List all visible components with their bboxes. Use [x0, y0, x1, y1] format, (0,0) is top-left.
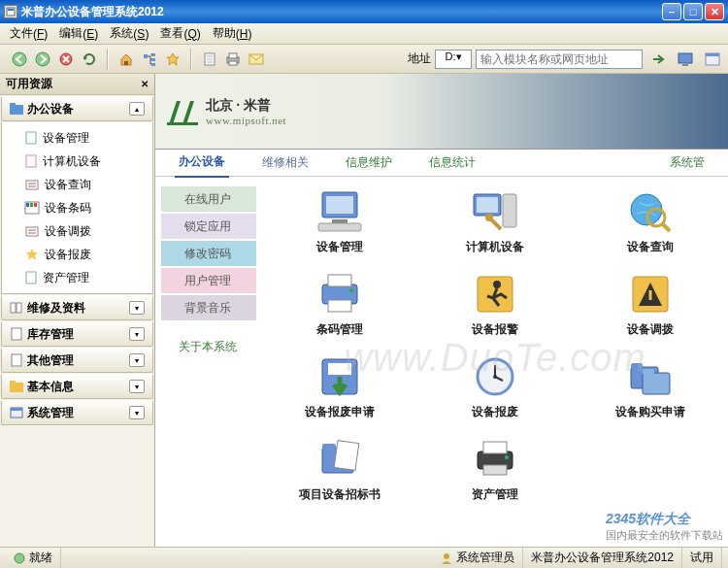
sm-online-users[interactable]: 在线用户 — [161, 186, 256, 212]
favorite-icon[interactable] — [161, 48, 184, 71]
doc-icon — [10, 327, 23, 341]
sm-lock-app[interactable]: 锁定应用 — [161, 214, 256, 239]
menu-edit[interactable]: 编辑(E) — [53, 23, 104, 44]
section-basicinfo[interactable]: 基本信息▾ — [1, 374, 153, 399]
svg-rect-19 — [10, 103, 16, 107]
svg-point-71 — [444, 553, 449, 559]
maximize-button[interactable]: □ — [683, 3, 703, 20]
grid-scrap-apply[interactable]: 设备报废申请 — [281, 351, 398, 420]
drive-select[interactable]: D:▾ — [435, 50, 472, 69]
tree-device-mgmt[interactable]: 设备管理 — [2, 126, 152, 150]
tab-system[interactable]: 系统管 — [666, 149, 709, 177]
mail-icon[interactable] — [245, 48, 268, 71]
menu-system[interactable]: 系统(S) — [104, 23, 154, 44]
svg-rect-39 — [326, 196, 353, 214]
grid-device-transfer[interactable]: 设备调拨 — [592, 269, 709, 338]
nav-forward-icon[interactable] — [31, 48, 54, 71]
folder-blue-icon — [10, 102, 23, 116]
svg-rect-26 — [34, 203, 37, 207]
tree-device-barcode[interactable]: 设备条码 — [2, 196, 152, 219]
svg-rect-65 — [334, 441, 359, 471]
tab-stats[interactable]: 信息统计 — [425, 149, 480, 177]
tree-device-scrap[interactable]: 设备报废 — [2, 243, 152, 266]
grid-project-tender[interactable]: 项目设备招标书 — [281, 434, 398, 503]
svg-point-51 — [349, 288, 353, 292]
tab-maintenance[interactable]: 维修相关 — [258, 149, 313, 177]
tree-asset-mgmt[interactable]: 资产管理 — [2, 266, 152, 289]
home-icon[interactable] — [115, 48, 138, 71]
grid-barcode-mgmt[interactable]: 条码管理 — [281, 269, 398, 338]
brand-url: www.mipsoft.net — [206, 115, 286, 126]
grid-scrap[interactable]: 设备报废 — [437, 351, 553, 420]
nav-back-icon[interactable] — [8, 48, 31, 71]
corner-watermark: 2345软件大全 国内最安全的软件下载站 — [606, 511, 723, 543]
pc-tools-icon — [468, 186, 522, 235]
app-icon — [4, 5, 17, 18]
svg-rect-5 — [144, 54, 148, 58]
sidebar-header: 可用资源 ✕ — [0, 74, 154, 95]
folder-paper-icon — [313, 434, 367, 483]
menu-bar: 文件(F) 编辑(E) 系统(S) 查看(Q) 帮助(H) — [0, 23, 728, 45]
user-icon — [441, 552, 452, 564]
folders-icon — [623, 351, 678, 400]
grid-device-query[interactable]: 设备查询 — [592, 186, 709, 255]
svg-rect-7 — [151, 58, 155, 61]
menu-help[interactable]: 帮助(H) — [207, 23, 258, 44]
svg-rect-29 — [11, 303, 16, 313]
svg-rect-11 — [229, 53, 237, 58]
tree-computer-device[interactable]: 计算机设备 — [2, 150, 152, 173]
nav-tree-icon[interactable] — [138, 48, 161, 71]
search-globe-icon — [623, 186, 678, 235]
svg-rect-68 — [483, 465, 507, 475]
svg-rect-37 — [167, 122, 198, 125]
tab-bar: 办公设备 维修相关 信息维护 信息统计 系统管 — [155, 150, 728, 177]
chevron-down-icon: ▾ — [129, 301, 145, 315]
go-icon[interactable] — [646, 48, 670, 71]
refresh-icon[interactable] — [78, 48, 101, 71]
sm-user-mgmt[interactable]: 用户管理 — [161, 268, 256, 293]
section-maintenance[interactable]: 维修及资料▾ — [1, 295, 153, 320]
print-icon[interactable] — [221, 48, 245, 71]
tree-device-transfer[interactable]: 设备调拨 — [2, 219, 152, 243]
new-file-icon[interactable] — [198, 48, 221, 71]
section-inventory[interactable]: 库存管理▾ — [1, 321, 153, 347]
sm-about[interactable]: 关于本系统 — [161, 334, 256, 359]
svg-rect-24 — [26, 203, 29, 207]
section-office-equipment[interactable]: 办公设备 ▴ — [1, 96, 153, 121]
section-other[interactable]: 其他管理▾ — [1, 348, 153, 373]
tab-office[interactable]: 办公设备 — [175, 148, 229, 178]
stop-icon[interactable] — [54, 48, 78, 71]
svg-rect-30 — [17, 303, 21, 313]
svg-rect-15 — [682, 64, 688, 66]
grid-asset-mgmt[interactable]: 资产管理 — [437, 434, 553, 503]
svg-rect-17 — [706, 53, 719, 56]
svg-rect-67 — [483, 442, 507, 453]
svg-point-53 — [493, 281, 501, 288]
status-admin: 系统管理员 — [433, 548, 523, 568]
svg-rect-28 — [26, 272, 36, 284]
svg-rect-64 — [322, 444, 336, 450]
tab-info[interactable]: 信息维护 — [342, 149, 396, 177]
sm-change-password[interactable]: 修改密码 — [161, 241, 256, 266]
monitor-icon[interactable] — [674, 48, 697, 71]
grid-computer-device[interactable]: 计算机设备 — [437, 186, 553, 255]
brand-logo-icon — [167, 97, 200, 126]
grid-device-mgmt[interactable]: 设备管理 — [281, 186, 398, 255]
svg-rect-8 — [151, 63, 155, 66]
close-button[interactable]: ✕ — [705, 3, 724, 20]
grid-device-alarm[interactable]: 设备报警 — [437, 269, 553, 338]
dialog-icon[interactable] — [701, 48, 724, 71]
section-sysmgmt[interactable]: 系统管理▾ — [1, 400, 153, 425]
sidebar-close-icon[interactable]: ✕ — [141, 79, 149, 89]
address-input[interactable] — [476, 50, 643, 69]
svg-rect-34 — [10, 381, 16, 384]
minimize-button[interactable]: – — [662, 3, 681, 20]
svg-rect-31 — [12, 328, 21, 340]
tree-device-query[interactable]: 设备查询 — [2, 173, 152, 196]
menu-file[interactable]: 文件(F) — [4, 23, 53, 44]
running-person-icon — [468, 269, 522, 317]
sm-bg-music[interactable]: 背景音乐 — [161, 295, 256, 320]
content-area: 北京 · 米普 www.mipsoft.net 办公设备 维修相关 信息维护 信… — [155, 74, 728, 547]
grid-purchase-apply[interactable]: 设备购买申请 — [592, 351, 709, 420]
menu-view[interactable]: 查看(Q) — [154, 23, 206, 44]
